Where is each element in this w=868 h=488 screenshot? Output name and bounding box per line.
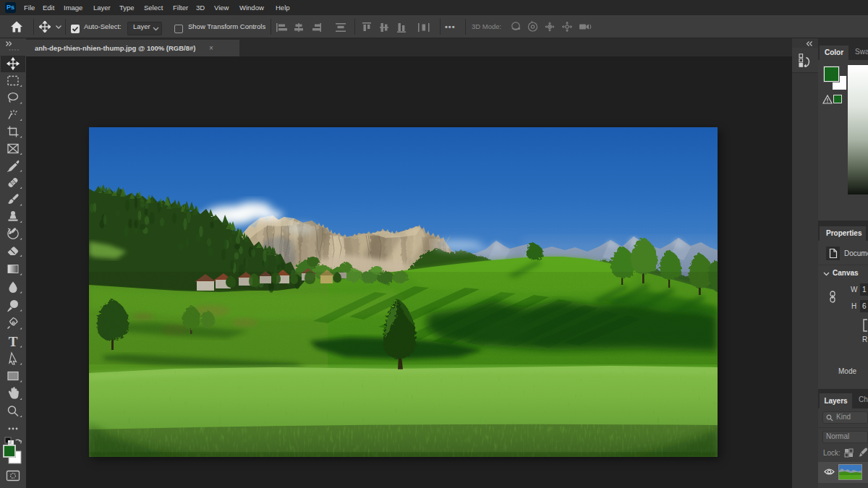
svg-text:T: T [9, 334, 18, 349]
